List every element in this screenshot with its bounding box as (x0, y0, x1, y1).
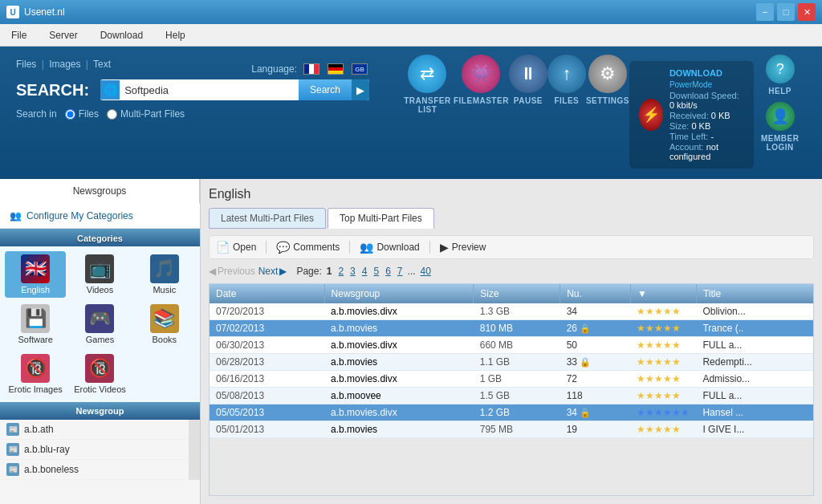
files-radio[interactable] (65, 109, 75, 120)
page-40[interactable]: 40 (419, 266, 433, 277)
software-label: Software (18, 335, 52, 344)
download-button[interactable]: 👥 Download (360, 241, 419, 254)
page-3[interactable]: 3 (348, 266, 357, 277)
cell-stars: ★★★★★ (630, 421, 696, 438)
table-row[interactable]: 06/28/2013 a.b.movies 1.1 GB 33 🔒 ★★★★★ … (210, 354, 813, 371)
category-erotic-images[interactable]: 🔞 Erotic Images (5, 351, 66, 397)
tab-latest[interactable]: Latest Multi-Part Files (209, 208, 326, 229)
files-link[interactable]: Files (16, 59, 36, 70)
comments-button[interactable]: 💬 Comments (276, 241, 340, 254)
title-bar: U Usenet.nl − □ ✕ (0, 0, 822, 24)
time-val: - (710, 132, 714, 141)
menu-server[interactable]: Server (44, 26, 82, 44)
newsgroups-tab[interactable]: Newsgroups (0, 179, 200, 204)
maximize-button[interactable]: □ (777, 3, 795, 21)
table-body: 07/20/2013 a.b.movies.divx 1.3 GB 34 ★★★… (210, 303, 813, 438)
cell-stars: ★★★★★ (630, 354, 696, 371)
col-num[interactable]: Nu. (560, 284, 631, 303)
settings-label: SETTINGS (586, 96, 629, 105)
time-label: Time Left: (669, 132, 709, 141)
menu-help[interactable]: Help (161, 26, 190, 44)
member-login-button[interactable]: 👤 MEMBER LOGIN (754, 102, 806, 152)
filemaster-button[interactable]: 👾 FILEMASTER (454, 55, 509, 105)
col-stars[interactable]: ▼ (630, 284, 696, 303)
pause-button[interactable]: ⏸ PAUSE (509, 55, 547, 105)
cell-newsgroup: a.b.movies (324, 421, 474, 438)
dl-stats: Download Speed: 0 kbit/s Received: 0 KB … (669, 91, 745, 161)
newsgroup-bluray[interactable]: 📰 a.b.blu-ray (0, 440, 189, 460)
table-row[interactable]: 05/05/2013 a.b.movies.divx 1.2 GB 34 🔒 ★… (210, 404, 813, 421)
close-button[interactable]: ✕ (798, 3, 816, 21)
page-6[interactable]: 6 (384, 266, 393, 277)
category-videos[interactable]: 📺 Videos (69, 251, 130, 298)
newsgroup-header: Newsgroup (0, 402, 200, 420)
software-icon: 💾 (21, 304, 50, 333)
category-books[interactable]: 📚 Books (134, 301, 195, 348)
page-4[interactable]: 4 (360, 266, 369, 277)
category-english[interactable]: 🇬🇧 English (5, 251, 66, 298)
help-button[interactable]: ? HELP (754, 55, 806, 96)
newsgroup-scrollbar[interactable] (189, 420, 200, 480)
multipart-radio[interactable] (107, 109, 117, 120)
multipart-radio-label[interactable]: Multi-Part Files (107, 108, 185, 120)
cell-size: 660 MB (474, 337, 560, 354)
preview-button[interactable]: ▶ Preview (440, 241, 486, 254)
col-title[interactable]: Title (696, 284, 813, 303)
newsgroup-ath[interactable]: 📰 a.b.ath (0, 420, 189, 440)
cell-num: 34 🔒 (560, 404, 631, 421)
table-row[interactable]: 06/16/2013 a.b.movies.divx 1 GB 72 ★★★★★… (210, 371, 813, 388)
menu-download[interactable]: Download (96, 26, 148, 44)
comments-icon: 💬 (276, 241, 290, 254)
tab-top[interactable]: Top Multi-Part Files (328, 208, 434, 229)
flag-german[interactable] (328, 63, 344, 75)
category-games[interactable]: 🎮 Games (69, 301, 130, 348)
page-1[interactable]: 1 (325, 266, 334, 277)
page-5[interactable]: 5 (372, 266, 380, 277)
title-bar-left: U Usenet.nl (6, 6, 65, 18)
cell-newsgroup: a.b.movies (324, 320, 474, 337)
menu-file[interactable]: File (6, 26, 31, 44)
files-radio-label[interactable]: Files (65, 108, 99, 120)
search-arrow-button[interactable]: ▶ (352, 79, 369, 100)
table-row[interactable]: 06/30/2013 a.b.movies.divx 660 MB 50 ★★★… (210, 337, 813, 354)
games-icon: 🎮 (85, 304, 114, 333)
page-2[interactable]: 2 (336, 266, 345, 277)
search-button[interactable]: Search (299, 79, 352, 100)
newsgroup-boneless[interactable]: 📰 a.b.boneless (0, 460, 189, 480)
category-erotic-videos[interactable]: 🔞 Erotic Videos (69, 351, 130, 397)
table-row[interactable]: 05/01/2013 a.b.movies 795 MB 19 ★★★★★ I … (210, 421, 813, 438)
text-link[interactable]: Text (93, 59, 111, 70)
search-input[interactable] (120, 81, 299, 100)
category-music[interactable]: 🎵 Music (134, 251, 195, 298)
configure-label: Configure My Categories (26, 210, 133, 222)
table-row[interactable]: 07/02/2013 a.b.movies 810 MB 26 🔒 ★★★★★ … (210, 320, 813, 337)
files-label: FILES (554, 96, 579, 105)
prev-button[interactable]: ◀ Previous (209, 266, 255, 277)
cell-size: 1.2 GB (474, 404, 560, 421)
next-button[interactable]: Next ▶ (258, 266, 287, 277)
menu-bar: File Server Download Help (0, 24, 822, 47)
cell-newsgroup: a.b.movies.divx (324, 337, 474, 354)
transfer-list-button[interactable]: ⇄ TRANSFER LIST (401, 55, 454, 114)
configure-categories[interactable]: 👥 Configure My Categories (0, 204, 200, 229)
settings-button[interactable]: ⚙ SETTINGS (586, 55, 629, 105)
cell-stars: ★★★★★★ (630, 404, 696, 421)
minimize-button[interactable]: − (756, 3, 774, 21)
search-in-label: Search in (16, 108, 57, 120)
images-link[interactable]: Images (49, 59, 80, 70)
flag-french[interactable] (303, 63, 319, 75)
open-button[interactable]: 📄 Open (216, 241, 256, 254)
col-size[interactable]: Size (474, 284, 560, 303)
cell-date: 05/08/2013 (210, 388, 324, 404)
table-row[interactable]: 05/08/2013 a.b.moovee 1.5 GB 118 ★★★★★ F… (210, 388, 813, 404)
table-row[interactable]: 07/20/2013 a.b.movies.divx 1.3 GB 34 ★★★… (210, 303, 813, 320)
files-button[interactable]: ↑ FILES (547, 55, 586, 105)
flag-english[interactable]: GB (352, 63, 368, 75)
cell-num: 26 🔒 (560, 320, 631, 337)
cell-date: 06/16/2013 (210, 371, 324, 388)
col-date[interactable]: Date (210, 284, 324, 303)
category-software[interactable]: 💾 Software (5, 301, 66, 348)
page-7[interactable]: 7 (396, 266, 405, 277)
cell-title: Trance (.. (696, 320, 813, 337)
col-newsgroup[interactable]: Newsgroup (324, 284, 474, 303)
